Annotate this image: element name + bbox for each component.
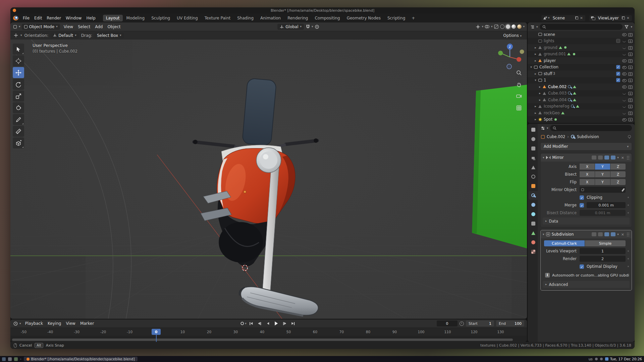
- new-viewlayer-icon[interactable]: [622, 16, 625, 19]
- mirror-flip-button[interactable]: X: [580, 179, 595, 185]
- hide-eye-icon[interactable]: [622, 84, 627, 89]
- mode-dropdown[interactable]: Object Mode ▾: [22, 24, 60, 30]
- chevron-down-icon[interactable]: ▾: [631, 25, 632, 28]
- disable-render-icon[interactable]: [628, 84, 633, 89]
- scene-name[interactable]: Scene: [551, 16, 574, 20]
- outliner-item-label[interactable]: scene: [544, 32, 555, 37]
- properties-tab[interactable]: [529, 219, 538, 228]
- outliner-row[interactable]: Spot: [528, 116, 635, 123]
- realtime-display-toggle[interactable]: [604, 232, 609, 236]
- disable-render-icon[interactable]: [628, 91, 633, 96]
- data-subpanel[interactable]: ▸ Data: [543, 218, 630, 225]
- properties-tab[interactable]: [529, 191, 538, 200]
- expand-arrow-icon[interactable]: [533, 118, 538, 121]
- workspace-tab[interactable]: Layout: [103, 15, 123, 21]
- current-frame-indicator[interactable]: 0: [152, 329, 161, 335]
- outliner-row[interactable]: Cube.004: [528, 97, 635, 103]
- drag-dropdown[interactable]: Select Box ▾: [95, 33, 124, 39]
- outliner-item-label[interactable]: 1: [544, 78, 546, 82]
- pan-hand-icon[interactable]: [515, 81, 523, 88]
- outliner-row[interactable]: stuff 3: [528, 70, 635, 77]
- expand-arrow-icon[interactable]: [538, 85, 542, 88]
- add-modifier-button[interactable]: Add Modifier ▾: [540, 142, 632, 150]
- overlays-icon[interactable]: [485, 24, 490, 29]
- timeline-editor-type-icon[interactable]: [13, 321, 18, 326]
- outliner-item-label[interactable]: Cube.002: [548, 84, 567, 89]
- hide-eye-icon[interactable]: [622, 98, 627, 102]
- extras-dropdown-icon[interactable]: ▾: [617, 233, 619, 236]
- properties-tab[interactable]: [529, 200, 538, 209]
- workspace-tab[interactable]: UV Editing: [174, 15, 201, 21]
- clipping-label[interactable]: Clipping: [587, 195, 602, 200]
- tool-annotate-button[interactable]: [13, 114, 24, 125]
- chevron-down-icon[interactable]: ▾: [523, 25, 525, 28]
- outliner-row[interactable]: IcosphereFog: [528, 103, 635, 110]
- options-dropdown[interactable]: Options ▾: [501, 32, 524, 39]
- outliner-item-label[interactable]: IcosphereFog: [544, 104, 570, 109]
- viewlayer-selector[interactable]: ViewLayer ×: [589, 15, 632, 21]
- pin-icon[interactable]: [627, 135, 631, 139]
- mirror-object-field[interactable]: [580, 187, 626, 193]
- outliner-item-label[interactable]: player: [544, 58, 556, 63]
- viewlayer-name[interactable]: ViewLayer: [596, 16, 621, 20]
- taskbar-window-button[interactable]: Blender* [/home/amalie/Desktop/blender/s…: [24, 357, 138, 361]
- blender-menu-icon[interactable]: [13, 16, 18, 20]
- properties-tab[interactable]: [529, 182, 538, 190]
- disable-render-icon[interactable]: [628, 39, 633, 43]
- outliner-item-label[interactable]: Collection: [539, 65, 558, 69]
- outliner-row[interactable]: lights: [528, 38, 635, 45]
- taskbar-files-icon[interactable]: [8, 357, 12, 361]
- outliner-search-input[interactable]: [540, 24, 623, 30]
- chevron-down-icon[interactable]: ▾: [547, 127, 548, 130]
- workspace-tab[interactable]: Rendering: [284, 15, 311, 21]
- disable-render-icon[interactable]: [628, 45, 633, 50]
- frame-end-field[interactable]: End100: [496, 320, 524, 326]
- properties-tab[interactable]: [529, 154, 538, 162]
- prev-keyframe-button[interactable]: [256, 320, 263, 327]
- mirror-axis-button[interactable]: X: [580, 164, 595, 170]
- add-workspace-button[interactable]: +: [409, 15, 417, 21]
- properties-search-input[interactable]: [550, 125, 632, 131]
- cage-display-toggle[interactable]: [598, 156, 603, 160]
- outliner-editor-type-icon[interactable]: [530, 24, 535, 29]
- tool-select-box-button[interactable]: [13, 44, 24, 55]
- bisect-distance-field[interactable]: 0.001 m: [580, 210, 626, 216]
- taskbar-clock[interactable]: Tue, 17 Dec 20:26: [605, 357, 642, 361]
- modifier-name[interactable]: Subdivision: [552, 232, 590, 237]
- workspace-tab[interactable]: Animation: [257, 15, 284, 21]
- expand-arrow-icon[interactable]: [533, 72, 538, 75]
- render-display-toggle[interactable]: [611, 232, 615, 236]
- tool-cursor-button[interactable]: [13, 55, 24, 66]
- remove-modifier-icon[interactable]: ×: [621, 156, 625, 160]
- viewport-menu-item[interactable]: Add: [93, 23, 105, 30]
- outliner-item-label[interactable]: rockGeo: [544, 111, 560, 115]
- filter-icon[interactable]: [624, 24, 629, 29]
- outliner-item-label[interactable]: stuff: [544, 71, 552, 76]
- viewport-canvas[interactable]: Z: [10, 40, 527, 319]
- workspace-tab[interactable]: Texture Paint: [202, 15, 233, 21]
- outliner-item-label[interactable]: Cube.004: [548, 98, 567, 102]
- keyboard-layout-indicator[interactable]: us: [589, 357, 593, 361]
- properties-tab[interactable]: [529, 125, 538, 134]
- spacebike-model[interactable]: [193, 78, 318, 316]
- expand-arrow-icon[interactable]: [538, 98, 542, 102]
- disable-render-icon[interactable]: [628, 65, 633, 69]
- window-titlebar[interactable]: Blender* [/home/amalie/Desktop/blender/s…: [10, 7, 635, 13]
- mirror-bisect-button[interactable]: Z: [610, 171, 626, 177]
- network-icon[interactable]: [595, 358, 598, 360]
- menu-item[interactable]: File: [20, 15, 32, 21]
- play-reverse-button[interactable]: [264, 320, 272, 327]
- viewport-menu-item[interactable]: Object: [105, 23, 123, 30]
- disable-render-icon[interactable]: [628, 104, 633, 109]
- breadcrumb-object[interactable]: Cube.002: [547, 134, 565, 139]
- optimal-display-checkbox[interactable]: [580, 264, 584, 269]
- tool-rotate-button[interactable]: [13, 79, 24, 90]
- workspace-tab[interactable]: Modeling: [123, 15, 148, 21]
- expand-arrow-icon[interactable]: [533, 46, 538, 49]
- chevron-down-icon[interactable]: ▾: [536, 25, 538, 28]
- chevron-down-icon[interactable]: ▾: [491, 25, 493, 28]
- timeline-menu-item[interactable]: Playback: [23, 320, 46, 327]
- play-button[interactable]: [273, 320, 280, 327]
- simple-button[interactable]: Simple: [585, 240, 626, 246]
- tool-transform-button[interactable]: [13, 102, 24, 113]
